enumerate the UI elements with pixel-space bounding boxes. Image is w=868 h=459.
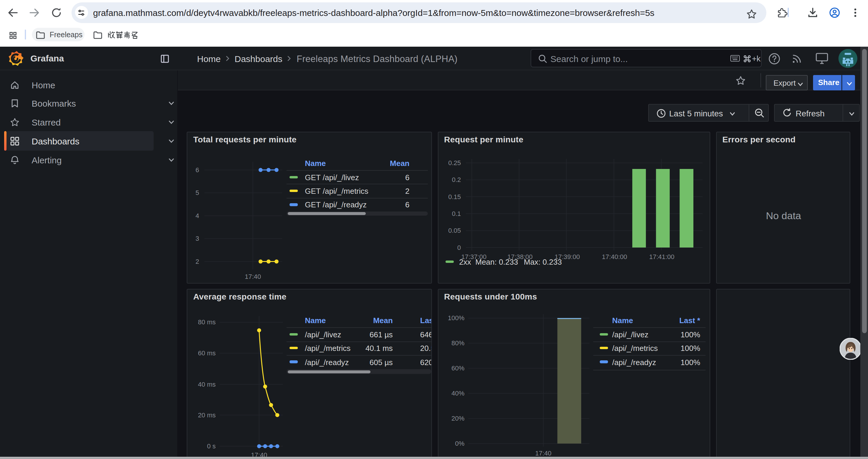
svg-text:40%: 40% (451, 390, 464, 397)
svg-text:4: 4 (195, 212, 199, 220)
svg-text:17:40:00: 17:40:00 (601, 254, 627, 261)
svg-text:2: 2 (195, 258, 199, 266)
svg-text:5: 5 (195, 189, 199, 197)
svg-text:20%: 20% (451, 415, 464, 422)
svg-text:0.05: 0.05 (448, 227, 461, 234)
svg-text:0: 0 (457, 244, 461, 251)
svg-text:80%: 80% (451, 340, 464, 347)
svg-text:0.1: 0.1 (452, 210, 461, 218)
svg-text:3: 3 (195, 235, 199, 242)
svg-text:100%: 100% (447, 315, 464, 322)
svg-text:60 ms: 60 ms (198, 350, 216, 357)
svg-text:17:41:00: 17:41:00 (649, 254, 674, 261)
svg-text:40 ms: 40 ms (198, 381, 216, 388)
svg-text:0.15: 0.15 (448, 193, 461, 201)
svg-text:0.25: 0.25 (448, 160, 461, 167)
svg-text:80 ms: 80 ms (198, 319, 216, 326)
svg-text:0%: 0% (455, 440, 464, 448)
svg-text:20 ms: 20 ms (198, 412, 216, 419)
svg-text:6: 6 (195, 167, 199, 174)
svg-text:0 s: 0 s (207, 443, 216, 450)
svg-text:17:40: 17:40 (245, 273, 261, 281)
svg-text:60%: 60% (451, 365, 464, 372)
svg-text:0.2: 0.2 (452, 176, 461, 184)
